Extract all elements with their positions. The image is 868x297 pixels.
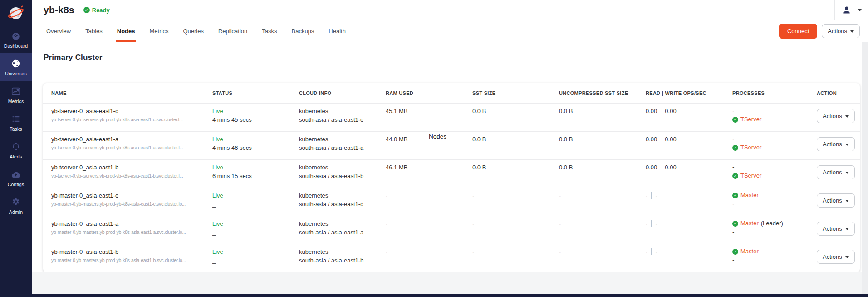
connect-button[interactable]: Connect [779, 24, 817, 39]
content-area: Primary Cluster NAMESTATUSCLOUD INFORAM … [32, 42, 868, 297]
node-actions-label: Actions [823, 197, 842, 204]
write-ops-value: - [655, 248, 657, 255]
tab-overview[interactable]: Overview [45, 20, 72, 42]
sidebar-item-label: Dashboard [4, 43, 28, 49]
node-name-link[interactable]: yb-tserver-0_asia-east1-c [51, 108, 208, 114]
node-actions-button[interactable]: Actions [817, 137, 855, 151]
node-name-link[interactable]: yb-master-0_asia-east1-a [51, 220, 208, 227]
tab-health[interactable]: Health [328, 20, 347, 42]
write-ops-value: - [655, 220, 657, 227]
sidebar-item-metrics[interactable]: Metrics [0, 81, 32, 109]
node-actions-button[interactable]: Actions [817, 250, 855, 264]
yugabyte-logo[interactable] [0, 0, 32, 25]
pipe-divider [651, 220, 652, 227]
node-uptime: 6 mins 15 secs [212, 173, 294, 179]
user-icon [842, 5, 851, 15]
sidebar-item-label: Configs [8, 182, 24, 187]
tab-replication[interactable]: Replication [217, 20, 248, 42]
sidebar-item-configs[interactable]: Configs [0, 164, 32, 192]
node-name-link[interactable]: yb-master-0_asia-east1-c [51, 192, 208, 199]
sidebar-item-dashboard[interactable]: Dashboard [0, 25, 32, 53]
caret-down-icon [850, 30, 854, 33]
sst-size-value: - [472, 248, 559, 255]
sidebar-item-label: Metrics [8, 99, 24, 104]
uncompressed-sst-size-value: - [559, 248, 646, 255]
universe-tabs: OverviewTablesNodesMetricsQueriesReplica… [45, 20, 359, 42]
table-body: yb-tserver-0_asia-east1-c yb-tserver-0.y… [43, 103, 860, 272]
pipe-divider [651, 192, 652, 199]
column-header: CLOUD INFO [299, 90, 386, 96]
sidebar-item-label: Tasks [10, 126, 22, 132]
node-actions-button[interactable]: Actions [817, 109, 855, 123]
uncompressed-sst-size-value: 0.0 B [559, 108, 646, 114]
node-actions-button[interactable]: Actions [817, 193, 855, 208]
sidebar-item-admin[interactable]: Admin [0, 192, 32, 219]
gear-icon [10, 197, 21, 208]
column-header: NAME [51, 90, 212, 96]
node-name-link[interactable]: yb-tserver-0_asia-east1-a [51, 136, 208, 143]
user-menu[interactable] [834, 0, 868, 20]
read-write-ops-value: 0.00 0.00 [646, 108, 732, 114]
node-actions-label: Actions [823, 113, 842, 119]
processes-cell: -TServer [732, 164, 817, 181]
sidebar-item-tasks[interactable]: Tasks [0, 109, 32, 136]
node-name-link[interactable]: yb-tserver-0_asia-east1-b [51, 164, 208, 171]
write-ops-value: 0.00 [665, 108, 676, 114]
processes-cell: Master- [732, 192, 817, 209]
read-ops-value: 0.00 [646, 164, 657, 171]
node-actions-button[interactable]: Actions [817, 165, 855, 179]
tab-nodes[interactable]: Nodes [116, 20, 136, 42]
read-write-ops-value: - - [646, 192, 732, 199]
check-circle-icon [83, 7, 90, 13]
node-status-live: Live [212, 248, 294, 255]
caret-down-icon [845, 256, 849, 258]
sidebar-item-universes[interactable]: Universes [0, 53, 32, 81]
bell-icon [10, 141, 21, 152]
process-placeholder: - [732, 108, 812, 114]
status-badge: Ready [83, 7, 110, 14]
scrollbar-track[interactable] [862, 42, 868, 294]
column-header: UNCOMPRESSED SST SIZE [559, 90, 646, 96]
tab-metrics[interactable]: Metrics [149, 20, 170, 42]
column-header: READ | WRITE OPS/SEC [646, 90, 732, 96]
process-name: Master [740, 248, 759, 255]
node-actions-button[interactable]: Actions [817, 222, 855, 236]
universe-actions-button[interactable]: Actions [822, 24, 860, 38]
tab-backups[interactable]: Backups [290, 20, 315, 42]
node-status-live: Live [212, 164, 294, 171]
caret-down-icon [845, 144, 849, 146]
node-uptime: _ [212, 201, 294, 208]
process-badge: TServer [732, 173, 812, 179]
sst-size-value: - [472, 192, 559, 199]
read-ops-value: 0.00 [646, 136, 657, 143]
tab-tables[interactable]: Tables [84, 20, 103, 42]
app-window: DashboardUniversesMetricsTasksAlertsConf… [0, 0, 868, 297]
write-ops-value: 0.00 [665, 164, 676, 171]
cloud-provider: kubernetes [299, 136, 381, 143]
node-status-live: Live [212, 108, 294, 114]
table-header-row: NAMESTATUSCLOUD INFORAM USEDSST SIZEUNCO… [43, 83, 860, 103]
cloud-region: south-asia / asia-east1-c [299, 201, 381, 208]
status-badge-label: Ready [92, 7, 110, 14]
node-status-live: Live [212, 220, 294, 227]
node-fqdn: yb-tserver-0.yb-tservers.yb-prod-yb-k8s-… [51, 117, 208, 122]
bottom-edge-bar [0, 294, 868, 297]
node-actions-label: Actions [823, 225, 842, 232]
read-write-ops-value: 0.00 0.00 [646, 136, 732, 143]
process-badge: TServer [732, 116, 812, 123]
cloud-region: south-asia / asia-east1-c [299, 116, 381, 123]
process-placeholder: - [732, 201, 812, 208]
check-circle-icon [732, 145, 738, 151]
node-status-live: Live [212, 192, 294, 199]
pipe-divider [651, 248, 652, 255]
table-row: yb-master-0_asia-east1-a yb-master-0.yb-… [43, 216, 860, 244]
tab-tasks[interactable]: Tasks [261, 20, 278, 42]
cloud-provider: kubernetes [299, 164, 381, 171]
section-title: Primary Cluster [44, 53, 868, 62]
tab-queries[interactable]: Queries [182, 20, 205, 42]
sst-size-value: 0.0 B [472, 164, 559, 171]
sidebar-item-alerts[interactable]: Alerts [0, 136, 32, 164]
node-name-link[interactable]: yb-master-0_asia-east1-b [51, 248, 208, 255]
column-header: PROCESSES [732, 90, 817, 96]
table-row: yb-master-0_asia-east1-b yb-master-0.yb-… [43, 244, 860, 272]
